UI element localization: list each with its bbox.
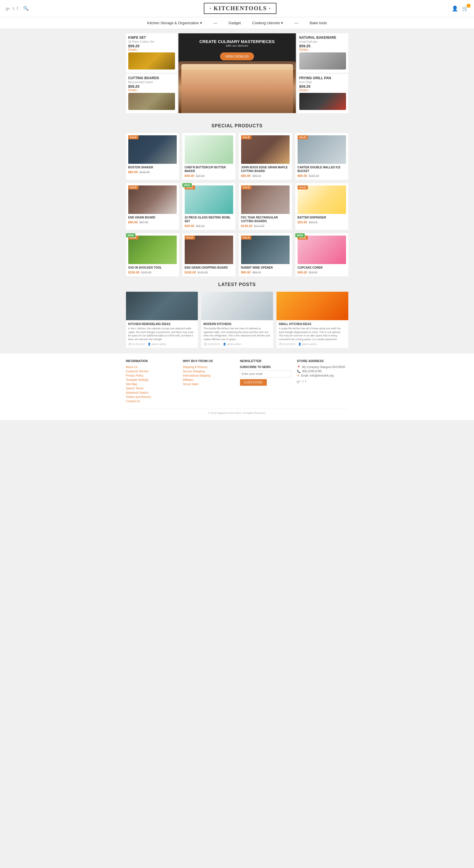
product-image: [185, 185, 233, 214]
hero-subtitle: with our devices: [226, 44, 248, 47]
card-price: $59.25: [128, 84, 175, 89]
footer-store-title: STORE ADDRESS: [297, 359, 348, 363]
facebook-footer-icon[interactable]: f: [305, 379, 306, 383]
hero-card-bakeware: NATURAL BAKEWARE bread loaf pan $59.25 D…: [297, 33, 348, 73]
product-card-6[interactable]: SALE FSC TEAK RECTANGULAR CUTTING BOARDS…: [239, 183, 292, 230]
product-name: 10 PIECE GLASS NESTING BOWL SET: [185, 216, 233, 223]
product-card-9[interactable]: SALE END GRAIN CHOPPING BOARD $100.00 $1…: [182, 233, 235, 276]
product-badges: SALE NEW: [126, 233, 136, 237]
store-email: ✉ Email: info@demolink.org: [297, 374, 348, 377]
footer-why-link[interactable]: Shipping & Returns: [183, 366, 234, 369]
special-products-section: SPECIAL PRODUCTS SALE BOSTON SHAKER $80.…: [126, 123, 348, 276]
footer-why-link[interactable]: Group Sales: [183, 382, 234, 386]
product-prices: $40.00 $19.00: [298, 271, 346, 274]
product-prices: $80.00 $166.00: [128, 170, 177, 174]
product-image: [298, 236, 346, 264]
footer-why-link[interactable]: Affiliates: [183, 378, 234, 381]
product-card-7[interactable]: SALE BATTER DISPENSER $25.00 $33.00: [295, 183, 348, 230]
facebook-icon[interactable]: f: [17, 6, 18, 11]
product-card-5[interactable]: SALE NEW 10 PIECE GLASS NESTING BOWL SET…: [182, 183, 235, 230]
product-badges: SALE NEW: [295, 233, 305, 237]
newsletter-email-input[interactable]: [240, 370, 291, 377]
store-phone: 📞 800-2345-6789: [297, 370, 348, 373]
post-card-2[interactable]: SMALL KITCHEN IDEAS A single-file kitche…: [276, 292, 348, 348]
product-name: BATTER DISPENSER: [298, 216, 346, 219]
product-price: $80.00: [241, 174, 251, 178]
post-author: 👤 admin admin: [148, 343, 166, 345]
badge-new: NEW: [182, 183, 192, 187]
product-card-4[interactable]: SALE END GRAIN BOARD $80.00 $87.00: [126, 183, 179, 230]
google-plus-footer-icon[interactable]: g+: [297, 379, 301, 383]
site-logo[interactable]: KITCHENTOOLS: [204, 3, 276, 14]
badge-new: NEW: [295, 233, 305, 237]
product-old-price: $18.00: [196, 174, 205, 178]
product-card-1[interactable]: CHEF'N BUTTERCUP BUTTER MAKER $40.00 $18…: [182, 133, 235, 180]
product-prices: $25.00 $33.00: [298, 220, 346, 224]
product-old-price: $87.00: [139, 221, 148, 224]
product-card-11[interactable]: SALE NEW CUPCAKE CORER $40.00 $19.00: [295, 233, 348, 276]
product-card-0[interactable]: SALE BOSTON SHAKER $80.00 $166.00: [126, 133, 179, 180]
card-details-link[interactable]: Details ›: [299, 48, 346, 51]
twitter-icon[interactable]: 𝕥: [12, 6, 14, 11]
view-catalog-button[interactable]: VIEW CATALOG: [220, 53, 254, 60]
hero-title: CREATE CULINARY MASTERPIECES: [200, 39, 275, 44]
nav-gadget[interactable]: Gadget: [229, 21, 241, 25]
footer-newsletter: NEWSLETTER SUBSCRIBE TO NEWS SUBSCRIBE: [240, 359, 291, 404]
twitter-footer-icon[interactable]: t: [302, 379, 303, 383]
product-card-10[interactable]: SALE RABBIT WINE OPENER $90.00 $99.00: [239, 233, 292, 276]
post-content: KITCHEN REMODELING IDEAS In the L-kitche…: [126, 320, 198, 348]
product-image: [241, 185, 290, 214]
footer-info-link[interactable]: Privacy Policy: [126, 374, 177, 377]
user-icon[interactable]: 👤: [452, 5, 458, 12]
nav-bake-tools[interactable]: Bake tools: [309, 21, 327, 25]
footer-info-link[interactable]: Template Settings: [126, 378, 177, 381]
footer-info-link[interactable]: Advanced Search: [126, 391, 177, 394]
footer-info-link[interactable]: Site Map: [126, 382, 177, 386]
card-title: NATURAL BAKEWARE: [299, 36, 346, 40]
card-details-link[interactable]: Details ›: [299, 89, 346, 92]
footer-why-links: Shipping & ReturnsSecure ShoppingInterna…: [183, 366, 234, 386]
footer-info-link[interactable]: Contact Us: [126, 400, 177, 403]
card-details-link[interactable]: Details ›: [128, 48, 175, 51]
product-old-price: $183.00: [309, 174, 319, 178]
post-card-1[interactable]: MODERN KITCHENS The double-file kitchen …: [201, 292, 273, 348]
product-card-3[interactable]: SALE CARTER DOUBLE WALLED ICE BUCKET $80…: [295, 133, 348, 180]
product-prices: $140.00 $113.00: [241, 224, 290, 227]
card-title: KNIFE SET: [128, 36, 175, 40]
post-card-0[interactable]: KITCHEN REMODELING IDEAS In the L-kitche…: [126, 292, 198, 348]
product-name: CARTER DOUBLE WALLED ICE BUCKET: [298, 165, 346, 173]
header-icons: 👤 🛒 1: [452, 5, 468, 12]
product-price: $40.00: [185, 174, 195, 178]
badge-sale: SALE: [185, 236, 195, 240]
post-content: MODERN KITCHENS The double-file kitchen …: [201, 320, 273, 348]
footer-info-link[interactable]: Customer Service: [126, 370, 177, 373]
footer-info-link[interactable]: Search Terms: [126, 387, 177, 390]
footer-info-link[interactable]: Orders and Returns: [126, 395, 177, 399]
cart-icon-wrap[interactable]: 🛒 1: [462, 5, 468, 12]
card-details-link[interactable]: Details ›: [128, 89, 175, 92]
product-card-2[interactable]: SALE JOHN BOOS EDGE GRAIN MAPLE CUTTING …: [239, 133, 292, 180]
nav-cooking-utensils[interactable]: Cooking Utensils ▾: [252, 21, 283, 25]
nav-kitchen-storage[interactable]: Kitchen Storage & Organization ▾: [147, 21, 202, 25]
product-card-8[interactable]: SALE NEW OXO IN AVOCADO TOOL $150.00 $16…: [126, 233, 179, 276]
post-title: MODERN KITCHENS: [204, 322, 271, 326]
footer-why-link[interactable]: Secure Shopping: [183, 370, 234, 373]
newsletter-subscribe-button[interactable]: SUBSCRIBE: [240, 379, 267, 386]
product-image: [128, 185, 177, 214]
product-old-price: $99.00: [252, 271, 261, 274]
footer-why-link[interactable]: International Shipping: [183, 374, 234, 377]
chevron-down-icon: ▾: [281, 21, 283, 25]
product-old-price: $130.00: [198, 271, 208, 274]
badge-sale: SALE: [128, 185, 139, 189]
special-products-title: SPECIAL PRODUCTS: [126, 123, 348, 128]
post-meta: 🕐 16.09.2015 👤 admin admin: [128, 343, 196, 345]
products-grid: SALE BOSTON SHAKER $80.00 $166.00 CHEF'N…: [126, 133, 348, 276]
post-meta: 🕐 16.09.2015 👤 admin admin: [279, 343, 346, 345]
google-plus-icon[interactable]: g+: [6, 6, 10, 11]
footer-info-link[interactable]: About Us: [126, 366, 177, 369]
card-image: [128, 93, 175, 110]
store-address: 📍 My Company Glasgow D04 89GR: [297, 366, 348, 369]
store-social: g+ t f: [297, 379, 348, 383]
search-icon[interactable]: 🔍: [23, 6, 29, 11]
newsletter-subscribe-label: SUBSCRIBE TO NEWS: [240, 366, 291, 369]
